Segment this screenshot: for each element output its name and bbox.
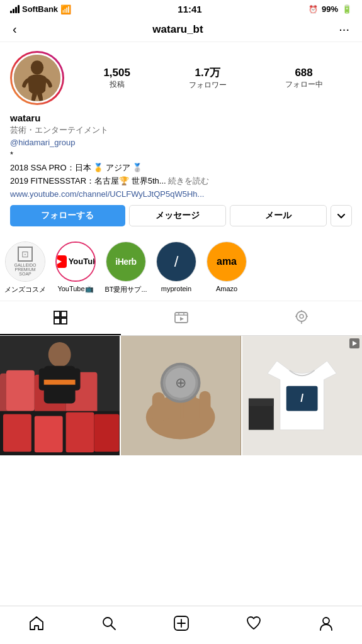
profile-section: 1,505 投稿 1.7万 フォロワー 688 フォロー中 wataru 芸術・…	[0, 42, 362, 242]
svg-rect-43	[249, 398, 274, 406]
svg-marker-7	[180, 317, 184, 321]
highlight-circle-iherb: iHerb	[106, 242, 146, 282]
tab-tagged[interactable]	[241, 301, 362, 335]
home-icon	[28, 615, 45, 631]
carrier-label: SoftBank	[22, 4, 58, 14]
profile-category: 芸術・エンターテイメント	[10, 125, 352, 136]
nav-home[interactable]	[21, 613, 52, 634]
dropdown-button[interactable]	[331, 205, 352, 226]
following-count: 688	[295, 67, 312, 79]
svg-rect-21	[35, 416, 63, 452]
search-icon	[101, 615, 117, 631]
amazon-logo: ama	[207, 242, 246, 281]
header-title: wataru_bt	[152, 23, 203, 36]
signal-bars	[10, 5, 20, 13]
profile-link[interactable]: @hidamari_group	[10, 138, 352, 147]
grid-icon	[53, 310, 68, 325]
svg-rect-31	[152, 392, 165, 423]
username: wataru	[10, 113, 352, 123]
highlight-label-youtube: YouTube📺	[57, 285, 93, 293]
svg-rect-27	[69, 368, 81, 390]
status-right: ⏰ 99% 🔋	[308, 4, 352, 14]
add-icon	[173, 615, 189, 631]
posts-count: 1,505	[103, 67, 130, 79]
svg-rect-2	[54, 311, 60, 317]
avatar-story-ring[interactable]	[10, 51, 64, 105]
grid-image-3: /	[242, 336, 362, 455]
profile-bio-2019: 2019 FITNESSSTAR：名古屋🏆 世界5th... 続きを読む	[10, 175, 352, 187]
following-stat[interactable]: 688 フォロー中	[285, 67, 323, 90]
svg-point-24	[48, 342, 71, 367]
read-more-link[interactable]: 続きを読む	[168, 176, 209, 186]
svg-rect-22	[66, 412, 94, 452]
profile-bio-star: *	[10, 149, 352, 160]
tab-grid[interactable]	[0, 301, 121, 335]
battery-icon: 🔋	[342, 4, 352, 14]
iherb-logo: iHerb	[106, 242, 145, 281]
highlight-circle-myprotein: /	[156, 242, 196, 282]
profile-bio-awards: 2018 SSA PRO：日本 🥇 アジア 🥈	[10, 162, 352, 174]
highlight-label-amazon: Amazo	[216, 285, 237, 292]
profile-url[interactable]: www.youtube.com/channel/UCLFWyLJtQP5qW5H…	[10, 189, 352, 199]
highlight-item-iherb[interactable]: iHerb BT愛用サプ...	[101, 242, 151, 294]
status-left: SoftBank 📶	[10, 4, 71, 14]
highlights-row: ⊡ GALLEIDOPREMIUM SOAP メンズコスメ YouTube Yo…	[0, 242, 362, 301]
posts-label: 投稿	[110, 79, 125, 90]
highlight-item-myprotein[interactable]: / myprotein	[151, 242, 201, 294]
bottom-nav	[0, 606, 362, 644]
tab-reel[interactable]	[121, 301, 242, 335]
follow-button[interactable]: フォローする	[10, 205, 125, 226]
svg-rect-5	[61, 318, 67, 324]
svg-point-1	[31, 60, 43, 74]
back-button[interactable]: ‹	[10, 22, 20, 36]
grid-cell-2[interactable]: ⊕	[121, 336, 240, 455]
message-button[interactable]: メッセージ	[129, 205, 226, 226]
heart-icon	[246, 615, 262, 631]
highlight-label-myprotein: myprotein	[161, 285, 191, 292]
nav-add[interactable]	[166, 613, 197, 634]
highlight-circle-amazon: ama	[206, 242, 247, 282]
wifi-icon: 📶	[60, 4, 71, 14]
svg-rect-20	[3, 414, 31, 452]
followers-count: 1.7万	[195, 65, 220, 80]
highlight-label-iherb: BT愛用サプ...	[105, 285, 147, 294]
highlight-circle-youtube: YouTube	[55, 242, 96, 282]
following-label: フォロー中	[285, 79, 323, 90]
grid-image-1	[0, 336, 120, 455]
photo-grid: ⊕ /	[0, 336, 362, 455]
youtube-logo: YouTube	[57, 243, 94, 280]
tabs-row	[0, 301, 362, 336]
myprotein-logo: /	[157, 242, 196, 281]
stats-row: 1,505 投稿 1.7万 フォロワー 688 フォロー中	[74, 65, 352, 91]
tag-icon	[294, 310, 309, 325]
battery-level: 99%	[322, 4, 338, 14]
grid-cell-1[interactable]	[0, 336, 120, 455]
galleido-logo: ⊡ GALLEIDOPREMIUM SOAP	[6, 242, 45, 281]
nav-search[interactable]	[93, 613, 125, 634]
highlight-item-amazon[interactable]: ama Amazo	[201, 242, 252, 294]
status-bar: SoftBank 📶 11:41 ⏰ 99% 🔋	[0, 0, 362, 17]
highlight-item-galleido[interactable]: ⊡ GALLEIDOPREMIUM SOAP メンズコスメ	[0, 242, 50, 294]
svg-text:⊕: ⊕	[175, 374, 186, 390]
more-button[interactable]: ···	[336, 22, 352, 36]
svg-point-9	[300, 314, 303, 318]
profile-icon	[318, 615, 334, 631]
avatar	[12, 53, 62, 103]
profile-top: 1,505 投稿 1.7万 フォロワー 688 フォロー中	[10, 51, 352, 105]
video-indicator	[349, 338, 359, 348]
svg-rect-16	[6, 370, 35, 411]
status-time: 11:41	[178, 4, 201, 14]
svg-rect-28	[44, 379, 76, 384]
svg-rect-23	[94, 414, 119, 452]
grid-cell-3[interactable]: /	[242, 336, 362, 455]
nav-profile[interactable]	[310, 613, 342, 634]
nav-heart[interactable]	[238, 613, 269, 634]
followers-stat[interactable]: 1.7万 フォロワー	[189, 65, 227, 91]
highlight-item-youtube[interactable]: YouTube YouTube📺	[50, 242, 101, 294]
highlight-label-galleido: メンズコスメ	[4, 285, 46, 294]
grid-image-2: ⊕	[121, 336, 240, 455]
svg-text:/: /	[300, 391, 303, 404]
svg-line-47	[111, 626, 115, 630]
email-button[interactable]: メール	[230, 205, 327, 226]
posts-stat[interactable]: 1,505 投稿	[103, 67, 130, 90]
